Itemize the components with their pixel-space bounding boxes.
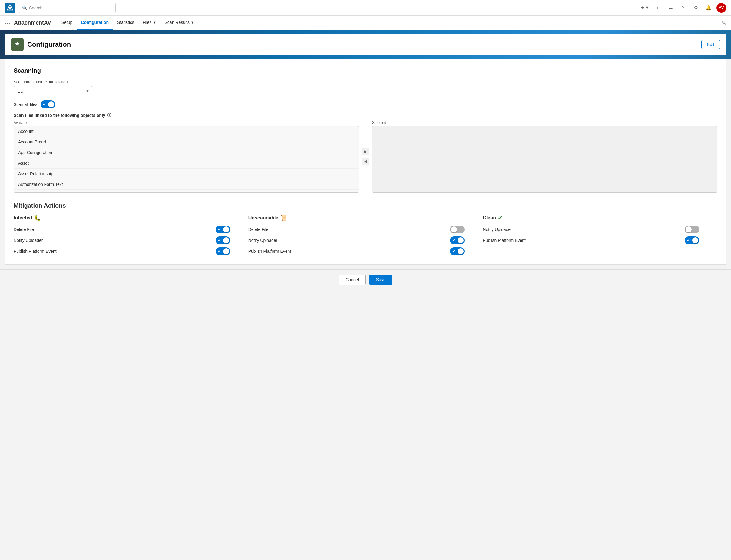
clean-publish-toggle[interactable]: ✓ [685,236,699,244]
unscannable-delete-label: Delete File [248,227,268,232]
config-header: Configuration Edit [5,34,726,55]
chevron-down-icon: ▼ [191,21,194,24]
settings-button[interactable]: ⚙ [691,3,701,13]
tab-files[interactable]: Files ▼ [138,16,160,30]
list-item[interactable]: Account Brand [14,137,358,147]
linked-objects-label: Scan files linked to the following objec… [14,113,105,118]
jurisdiction-select-wrapper[interactable]: EU US AP ▼ [14,86,92,96]
unscannable-publish-label: Publish Platform Event [248,249,291,254]
scanning-title: Scanning [14,67,717,74]
svg-point-2 [9,7,11,9]
unscannable-notify-toggle[interactable]: ✓ [450,236,465,244]
available-label: Available [14,120,359,125]
app-nav: ⋯ AttachmentAV Setup Configuration Stati… [0,16,731,30]
avatar[interactable]: AV [716,3,726,13]
unscannable-title: Unscannable 📜 [248,215,477,221]
infected-publish-row: Publish Platform Event ✓ [14,247,242,255]
move-left-button[interactable]: ◀ [362,158,369,165]
search-input[interactable] [29,5,112,10]
clean-publish-label: Publish Platform Event [483,238,526,243]
cloud-button[interactable]: ☁ [666,3,675,13]
add-button[interactable]: + [653,3,663,13]
top-nav-right: ★▼ + ☁ ? ⚙ 🔔 AV [640,3,726,13]
unscannable-publish-toggle[interactable]: ✓ [450,247,465,255]
edit-nav-icon[interactable]: ✎ [722,20,726,26]
chevron-down-icon: ▼ [153,21,156,24]
tab-scan-results[interactable]: Scan Results ▼ [160,16,198,30]
list-item[interactable]: Asset [14,158,358,169]
scan-all-files-label: Scan all files [14,102,38,107]
list-item[interactable]: Account [14,126,358,137]
help-button[interactable]: ? [678,3,688,13]
toggle-knob [223,237,229,243]
search-icon: 🔍 [22,5,27,10]
app-grid-icon[interactable]: ⋯ [5,20,10,26]
infected-notify-toggle[interactable]: ✓ [216,236,230,244]
infected-delete-label: Delete File [14,227,34,232]
scan-all-files-toggle[interactable]: ✓ [41,100,55,108]
toggle-knob [48,101,54,107]
check-icon: ✓ [687,238,690,242]
bug-icon: 🐛 [34,215,41,221]
list-item[interactable]: Asset Relationship [14,169,358,179]
infected-column: Infected 🐛 Delete File ✓ Notify Uploader… [14,215,248,258]
infected-publish-label: Publish Platform Event [14,249,57,254]
toggle-knob [458,237,464,243]
toggle-knob [223,248,229,254]
main-content: Scanning Scan Infrastructure Jurisdictio… [5,59,726,265]
toggle-knob [223,226,229,232]
toggle-knob [692,237,698,243]
infected-publish-toggle[interactable]: ✓ [216,247,230,255]
check-icon: ✓ [218,238,221,242]
footer-buttons: Cancel Save [0,269,731,290]
check-icon: ✓ [218,227,221,232]
move-right-button[interactable]: ▶ [362,148,369,155]
dual-list-section: Scan files linked to the following objec… [14,113,717,193]
check-circle-icon: ✔ [498,215,502,221]
app-logo[interactable] [5,3,15,13]
list-transfer-arrows: ▶ ◀ [359,120,372,193]
selected-list-section: Selected [372,120,717,193]
unscannable-delete-toggle[interactable]: ✓ [450,226,465,233]
unscannable-column: Unscannable 📜 Delete File ✓ Notify Uploa… [248,215,483,258]
jurisdiction-select[interactable]: EU US AP [14,86,92,96]
check-icon: ✓ [452,249,456,253]
check-icon: ✓ [218,249,221,253]
scanning-section: Scanning Scan Infrastructure Jurisdictio… [14,67,717,193]
infected-notify-row: Notify Uploader ✓ [14,236,242,244]
top-nav: 🔍 ★▼ + ☁ ? ⚙ 🔔 AV [0,0,731,16]
config-icon [11,38,24,51]
edit-button[interactable]: Edit [701,40,720,49]
cancel-button[interactable]: Cancel [338,275,366,285]
infected-delete-toggle[interactable]: ✓ [216,226,230,233]
check-icon: ✓ [43,102,46,107]
favorites-button[interactable]: ★▼ [640,3,650,13]
selected-list[interactable] [372,126,717,193]
list-item[interactable]: App Configuration [14,147,358,158]
clean-publish-row: Publish Platform Event ✓ [483,236,711,244]
mitigation-title: Mitigation Actions [14,202,717,209]
jurisdiction-label: Scan Infrastructure Jurisdiction [14,80,717,84]
available-list[interactable]: Account Account Brand App Configuration … [14,126,359,193]
unscannable-notify-row: Notify Uploader ✓ [248,236,477,244]
tab-setup[interactable]: Setup [57,16,77,30]
clean-column: Clean ✔ Notify Uploader ✓ Publish Platfo… [483,215,717,258]
save-button[interactable]: Save [370,275,393,285]
clean-notify-label: Notify Uploader [483,227,512,232]
mitigation-grid: Infected 🐛 Delete File ✓ Notify Uploader… [14,215,717,258]
page-header-band: Configuration Edit [0,30,731,59]
list-item[interactable]: Authorization Form Text [14,179,358,190]
mitigation-section: Mitigation Actions Infected 🐛 Delete Fil… [14,202,717,258]
app-nav-tabs: Setup Configuration Statistics Files ▼ S… [57,16,198,30]
toggle-knob [458,248,464,254]
info-icon[interactable]: ⓘ [107,113,111,118]
selected-label: Selected [372,120,717,125]
tab-statistics[interactable]: Statistics [113,16,138,30]
tab-configuration[interactable]: Configuration [77,16,113,30]
infected-notify-label: Notify Uploader [14,238,43,243]
notifications-button[interactable]: 🔔 [704,3,713,13]
search-bar[interactable]: 🔍 [19,3,116,13]
clean-notify-toggle[interactable]: ✓ [685,226,699,233]
list-item[interactable]: Campaign [14,190,358,193]
unscannable-notify-label: Notify Uploader [248,238,278,243]
